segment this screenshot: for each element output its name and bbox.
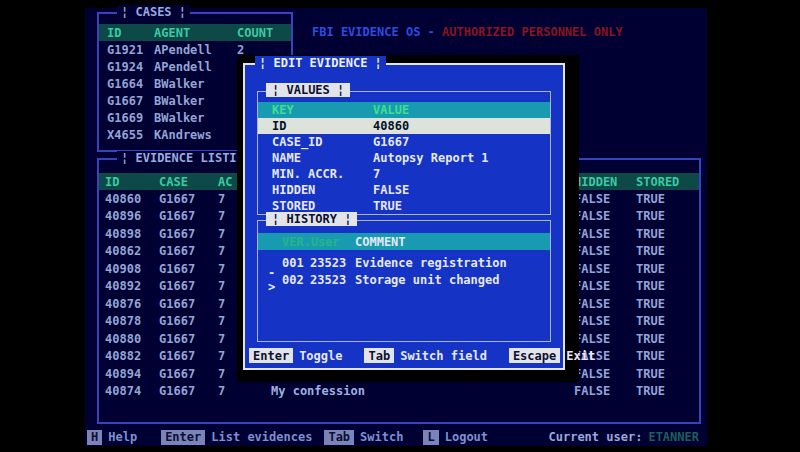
keycap[interactable]: Enter xyxy=(249,348,293,363)
evidence-stored-cell: TRUE xyxy=(636,332,696,346)
keycap-label: Switch xyxy=(360,430,403,444)
evidence-col-case: CASE xyxy=(159,175,218,189)
cases-col-count: COUNT xyxy=(237,26,287,40)
values-table-body: ID 40860 CASE_ID G1667 NAME Autopsy Repo… xyxy=(258,118,550,214)
app-banner: FBI EVIDENCE OS - AUTHORIZED PERSONNEL O… xyxy=(312,25,623,39)
history-col-ver-user: VER.User xyxy=(282,235,355,249)
keycap[interactable]: H xyxy=(87,430,102,445)
history-comment-cell: Evidence registration xyxy=(355,256,550,270)
value-key-cell: NAME xyxy=(258,151,373,165)
keycap[interactable]: Enter xyxy=(161,430,205,445)
dialog-key-hint[interactable]: Tab Switch field xyxy=(364,348,486,363)
evidence-table-row[interactable]: 40874 G1667 7 My confession FALSE TRUE xyxy=(99,383,699,401)
cases-col-id: ID xyxy=(99,26,154,40)
case-agent-cell: APendell xyxy=(154,43,237,57)
evidence-id-cell: 40878 xyxy=(99,314,159,328)
history-section: HISTORY VER.User COMMENT 001 23523 Evide… xyxy=(257,220,551,342)
history-table-header: VER.User COMMENT xyxy=(258,233,550,250)
evidence-stored-cell: TRUE xyxy=(636,367,696,381)
keycap[interactable]: Tab xyxy=(324,430,354,445)
evidence-case-cell: G1667 xyxy=(159,192,218,206)
keycap[interactable]: L xyxy=(423,430,438,445)
values-table-row[interactable]: MIN. ACCR. 7 xyxy=(258,166,550,182)
values-table-row[interactable]: ID 40860 xyxy=(258,118,550,134)
keycap-label: List evidences xyxy=(211,430,312,444)
value-key-cell: ID xyxy=(258,119,373,133)
evidence-hidden-cell: FALSE xyxy=(574,297,636,311)
evidence-hidden-cell: FALSE xyxy=(574,332,636,346)
evidence-col-id: ID xyxy=(99,175,159,189)
keycap[interactable]: Tab xyxy=(364,348,394,363)
evidence-hidden-cell: FALSE xyxy=(574,244,636,258)
evidence-stored-cell: TRUE xyxy=(636,314,696,328)
statusbar-hint-list-evidences[interactable]: Enter List evidences xyxy=(161,430,312,445)
dialog-key-hint[interactable]: Escape Exit xyxy=(509,348,595,363)
keycap[interactable]: Escape xyxy=(509,348,560,363)
evidence-stored-cell: TRUE xyxy=(636,262,696,276)
dialog-key-hint[interactable]: Enter Toggle xyxy=(249,348,342,363)
history-ver-cell: 002 xyxy=(282,273,310,287)
evidence-stored-cell: TRUE xyxy=(636,209,696,223)
keycap-label: Help xyxy=(108,430,137,444)
evidence-hidden-cell: FALSE xyxy=(574,367,636,381)
values-table-row[interactable]: NAME Autopsy Report 1 xyxy=(258,150,550,166)
keycap-label: Exit xyxy=(566,349,595,363)
evidence-stored-cell: TRUE xyxy=(636,279,696,293)
case-id-cell: G1667 xyxy=(99,94,154,108)
case-agent-cell: BWalker xyxy=(154,111,237,125)
evidence-case-cell: G1667 xyxy=(159,209,218,223)
values-section-title: VALUES xyxy=(266,83,350,97)
value-value-cell: Autopsy Report 1 xyxy=(373,151,550,165)
evidence-id-cell: 40860 xyxy=(99,192,159,206)
evidence-case-cell: G1667 xyxy=(159,262,218,276)
history-col-comment: COMMENT xyxy=(355,235,550,249)
evidence-id-cell: 40896 xyxy=(99,209,159,223)
history-user-cell: 23523 xyxy=(310,256,355,270)
cases-col-agent: AGENT xyxy=(154,26,237,40)
evidence-hidden-cell: FALSE xyxy=(574,209,636,223)
evidence-id-cell: 40908 xyxy=(99,262,159,276)
app-title: FBI EVIDENCE OS - xyxy=(312,25,442,39)
statusbar-hint-logout[interactable]: L Logout xyxy=(423,430,488,445)
evidence-hidden-cell: FALSE xyxy=(574,262,636,276)
evidence-id-cell: 40898 xyxy=(99,227,159,241)
evidence-hidden-cell: FALSE xyxy=(574,279,636,293)
statusbar-hint-switch[interactable]: Tab Switch xyxy=(324,430,403,445)
evidence-hidden-cell: FALSE xyxy=(574,384,636,398)
evidence-case-cell: G1667 xyxy=(159,367,218,381)
cases-table-header: ID AGENT COUNT xyxy=(99,24,291,41)
history-table-row[interactable]: -> 002 23523 Storage unit changed xyxy=(258,271,550,288)
history-table-row[interactable]: 001 23523 Evidence registration xyxy=(258,254,550,271)
statusbar-hint-help[interactable]: H Help xyxy=(87,430,137,445)
case-agent-cell: BWalker xyxy=(154,94,237,108)
value-key-cell: STORED xyxy=(258,199,373,213)
evidence-case-cell: G1667 xyxy=(159,349,218,363)
evidence-accr-cell: 7 xyxy=(218,384,271,398)
value-value-cell: TRUE xyxy=(373,199,550,213)
evidence-case-cell: G1667 xyxy=(159,297,218,311)
evidence-hidden-cell: FALSE xyxy=(574,227,636,241)
values-table-row[interactable]: CASE_ID G1667 xyxy=(258,134,550,150)
case-id-cell: G1921 xyxy=(99,43,154,57)
edit-evidence-dialog: EDIT EVIDENCE VALUES KEY VALUE ID 40860 xyxy=(243,63,565,370)
value-key-cell: HIDDEN xyxy=(258,183,373,197)
case-agent-cell: KAndrews xyxy=(154,128,237,142)
evidence-case-cell: G1667 xyxy=(159,332,218,346)
evidence-id-cell: 40892 xyxy=(99,279,159,293)
current-user-name: ETANNER xyxy=(648,430,699,444)
evidence-col-stored: STORED xyxy=(636,175,696,189)
cases-panel-title: CASES xyxy=(117,5,190,19)
evidence-col-hidden: HIDDEN xyxy=(574,175,636,189)
value-key-cell: MIN. ACCR. xyxy=(258,167,373,181)
values-table-row[interactable]: HIDDEN FALSE xyxy=(258,182,550,198)
value-value-cell: G1667 xyxy=(373,135,550,149)
warning-text: AUTHORIZED PERSONNEL ONLY xyxy=(442,25,623,39)
value-value-cell: FALSE xyxy=(373,183,550,197)
evidence-case-cell: G1667 xyxy=(159,384,218,398)
evidence-hidden-cell: FALSE xyxy=(574,314,636,328)
modal-shadow: EDIT EVIDENCE VALUES KEY VALUE ID 40860 xyxy=(237,55,579,382)
history-comment-cell: Storage unit changed xyxy=(355,273,550,287)
evidence-case-cell: G1667 xyxy=(159,227,218,241)
evidence-case-cell: G1667 xyxy=(159,244,218,258)
history-table-body: 001 23523 Evidence registration -> 002 2… xyxy=(258,254,550,288)
